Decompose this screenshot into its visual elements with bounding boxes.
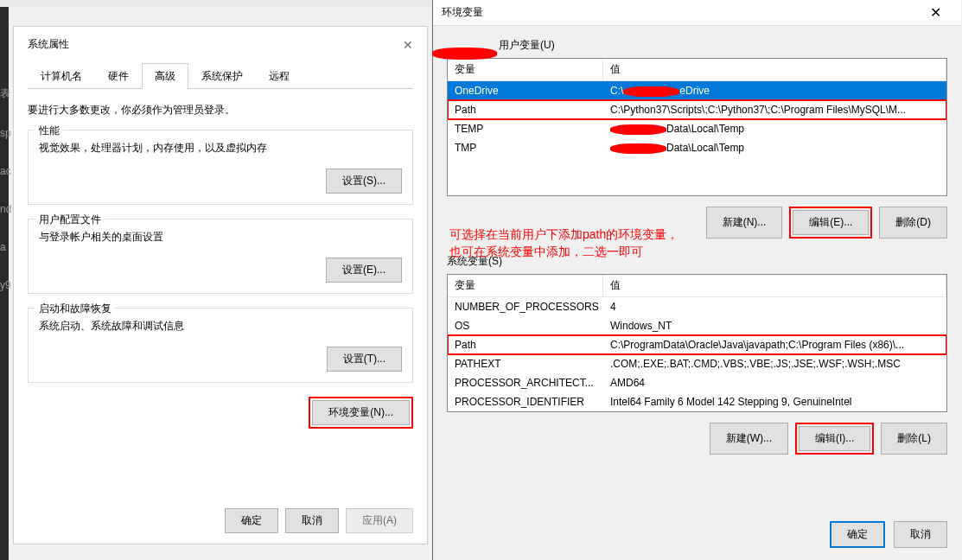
env-cancel-button[interactable]: 取消 bbox=[894, 521, 947, 548]
dialog-title: 系统属性 bbox=[28, 37, 69, 52]
table-row[interactable]: PathC:\ProgramData\Oracle\Java\javapath;… bbox=[448, 335, 946, 354]
user-new-button[interactable]: 新建(N)... bbox=[706, 207, 783, 239]
close-icon[interactable]: ✕ bbox=[918, 4, 952, 21]
apply-button[interactable]: 应用(A) bbox=[346, 508, 413, 533]
red-scribble bbox=[432, 48, 497, 60]
col-header-val[interactable]: 值 bbox=[603, 275, 946, 296]
table-row[interactable]: OSWindows_NT bbox=[448, 316, 946, 335]
fieldset-content: 视觉效果，处理器计划，内存使用，以及虚拟内存 bbox=[39, 141, 402, 158]
sys-edit-button[interactable]: 编辑(I)... bbox=[799, 426, 870, 451]
user-vars-table[interactable]: 变量 值 OneDriveC:\eDrivePathC:\Python37\Sc… bbox=[447, 58, 947, 196]
env-vars-button[interactable]: 环境变量(N)... bbox=[312, 400, 410, 425]
tab-0[interactable]: 计算机名 bbox=[28, 63, 95, 89]
settings-button[interactable]: 设置(E)... bbox=[326, 258, 402, 283]
col-header-var[interactable]: 变量 bbox=[448, 59, 603, 80]
table-row[interactable]: PathC:\Python37\Scripts\;C:\Python37\;C:… bbox=[448, 100, 946, 119]
sys-delete-button[interactable]: 删除(L) bbox=[881, 423, 947, 455]
legend: 性能 bbox=[35, 124, 63, 138]
sys-vars-table[interactable]: 变量 值 NUMBER_OF_PROCESSORS4OSWindows_NTPa… bbox=[447, 274, 947, 412]
fieldset-content: 与登录帐户相关的桌面设置 bbox=[39, 230, 402, 247]
tab-4[interactable]: 远程 bbox=[256, 63, 303, 89]
close-icon[interactable]: ✕ bbox=[403, 38, 413, 52]
tab-2[interactable]: 高级 bbox=[142, 63, 188, 89]
fieldset-1: 用户配置文件 与登录帐户相关的桌面设置 设置(E)... bbox=[28, 219, 413, 294]
settings-button[interactable]: 设置(T)... bbox=[327, 347, 402, 372]
table-row[interactable]: PROCESSOR_IDENTIFIERIntel64 Family 6 Mod… bbox=[448, 392, 946, 411]
env-dialog-title: 环境变量 bbox=[442, 5, 483, 20]
col-header-val[interactable]: 值 bbox=[603, 59, 946, 80]
tabs: 计算机名硬件高级系统保护远程 bbox=[28, 62, 413, 89]
table-row[interactable]: NUMBER_OF_PROCESSORS4 bbox=[448, 297, 946, 316]
fieldset-2: 启动和故障恢复 系统启动、系统故障和调试信息 设置(T)... bbox=[28, 308, 413, 383]
fieldset-0: 性能 视觉效果，处理器计划，内存使用，以及虚拟内存 设置(S)... bbox=[28, 130, 413, 205]
tab-3[interactable]: 系统保护 bbox=[188, 63, 256, 89]
settings-button[interactable]: 设置(S)... bbox=[326, 169, 402, 194]
cancel-button[interactable]: 取消 bbox=[285, 508, 339, 533]
table-row[interactable]: TMPData\Local\Temp bbox=[448, 138, 946, 157]
user-edit-button[interactable]: 编辑(E)... bbox=[793, 210, 869, 235]
legend: 用户配置文件 bbox=[35, 213, 105, 227]
admin-desc: 要进行大多数更改，你必须作为管理员登录。 bbox=[28, 103, 413, 118]
col-header-var[interactable]: 变量 bbox=[448, 275, 603, 296]
table-row[interactable]: PROCESSOR_LEVEL6 bbox=[448, 411, 946, 412]
table-row[interactable]: TEMPData\Local\Temp bbox=[448, 119, 946, 138]
system-properties-dialog: 系统属性 ✕ 计算机名硬件高级系统保护远程 要进行大多数更改，你必须作为管理员登… bbox=[13, 26, 428, 544]
annotation-text: 可选择在当前用户下添加path的环境变量，也可在系统变量中添加，二选一即可 bbox=[449, 226, 709, 260]
user-delete-button[interactable]: 删除(D) bbox=[879, 207, 947, 239]
ok-button[interactable]: 确定 bbox=[225, 508, 278, 533]
table-row[interactable]: PROCESSOR_ARCHITECT...AMD64 bbox=[448, 373, 946, 392]
legend: 启动和故障恢复 bbox=[35, 302, 115, 316]
fieldset-content: 系统启动、系统故障和调试信息 bbox=[39, 319, 402, 336]
tab-1[interactable]: 硬件 bbox=[95, 63, 142, 89]
env-vars-dialog: 环境变量 ✕ 用户变量(U) 变量 值 OneDriveC:\eDrivePat… bbox=[432, 0, 961, 560]
sys-new-button[interactable]: 新建(W)... bbox=[710, 423, 788, 455]
user-vars-label: 用户变量(U) bbox=[499, 39, 555, 51]
table-row[interactable]: OneDriveC:\eDrive bbox=[448, 81, 946, 100]
env-ok-button[interactable]: 确定 bbox=[830, 521, 885, 548]
table-row[interactable]: PATHEXT.COM;.EXE;.BAT;.CMD;.VBS;.VBE;.JS… bbox=[448, 354, 946, 373]
